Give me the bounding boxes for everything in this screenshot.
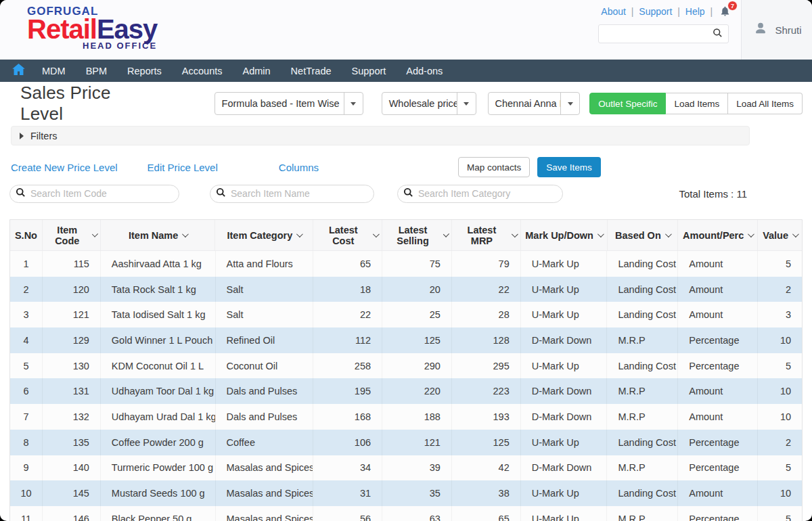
- column-header-latest-cost[interactable]: Latest Cost: [313, 220, 382, 250]
- search-icon: [403, 187, 413, 200]
- price-mode-dropdown[interactable]: Formula based - Item Wise: [215, 92, 363, 115]
- chevron-down-icon[interactable]: [344, 93, 363, 114]
- cell-item-category: Coffee: [216, 430, 314, 455]
- cell-based-on: M.R.P: [607, 455, 678, 481]
- column-header-mark-up-down[interactable]: Mark Up/Down: [521, 220, 608, 250]
- cell-sno: 11: [10, 506, 43, 521]
- cell-sno: 8: [10, 430, 43, 455]
- save-items-button[interactable]: Save Items: [537, 157, 601, 177]
- create-new-price-level-link[interactable]: Create New Price Level: [11, 162, 118, 173]
- column-header-based-on[interactable]: Based On: [608, 220, 679, 250]
- support-link[interactable]: Support: [639, 6, 672, 17]
- filters-toggle[interactable]: Filters: [11, 126, 750, 145]
- outlet-specific-button[interactable]: Outlet Specific: [589, 93, 666, 114]
- table-row[interactable]: 3121Tata Iodised Salt 1 kgSalt222528U-Ma…: [10, 302, 802, 327]
- table-row[interactable]: 6131Udhayam Toor Dal 1 kgDals and Pulses…: [10, 378, 802, 404]
- nav-item-reports[interactable]: Reports: [117, 60, 172, 82]
- outlet-dropdown[interactable]: Chennai Anna Nag: [488, 92, 581, 115]
- about-link[interactable]: About: [601, 6, 626, 17]
- cell-based-on: Landing Cost: [607, 251, 678, 277]
- table-row[interactable]: 1115Aashirvaad Atta 1 kgAtta and Flours6…: [10, 251, 802, 277]
- cell-mark-up-down: D-Mark Down: [521, 327, 608, 353]
- column-label: Value: [763, 230, 788, 241]
- map-contacts-button[interactable]: Map contacts: [458, 157, 530, 177]
- cell-item-category: Salt: [216, 302, 314, 327]
- cell-latest-cost: 258: [313, 353, 382, 379]
- search-item-code-field[interactable]: [9, 185, 179, 203]
- cell-latest-selling: 188: [382, 404, 452, 430]
- table-row[interactable]: 11146Black Pepper 50 gMasalas and Spices…: [10, 506, 802, 521]
- cell-item-category: Atta and Flours: [216, 251, 314, 277]
- search-item-category-field[interactable]: [397, 185, 563, 203]
- cell-sno: 1: [10, 251, 43, 277]
- cell-value: 10: [758, 378, 802, 404]
- column-label: Item Category: [227, 230, 293, 241]
- cell-latest-selling: 290: [382, 353, 452, 379]
- nav-item-bpm[interactable]: BPM: [76, 60, 117, 82]
- cell-latest-mrp: 65: [452, 506, 521, 521]
- filters-label: Filters: [30, 131, 57, 141]
- nav-item-addons[interactable]: Add-ons: [396, 60, 453, 82]
- columns-link[interactable]: Columns: [279, 162, 319, 173]
- search-item-name-input[interactable]: [231, 188, 367, 199]
- table-row[interactable]: 4129Gold Winner 1 L PouchRefined Oil1121…: [10, 327, 802, 353]
- app-window: GOFRUGAL RetailEasy HEAD OFFICE About | …: [0, 0, 812, 521]
- column-header-latest-selling[interactable]: Latest Selling: [382, 220, 452, 250]
- nav-item-admin[interactable]: Admin: [233, 60, 281, 82]
- cell-item-code: 132: [43, 404, 101, 430]
- main-nav: MDM BPM Reports Accounts Admin NetTrade …: [0, 60, 812, 82]
- search-icon[interactable]: [713, 28, 723, 41]
- nav-item-support[interactable]: Support: [342, 60, 397, 82]
- cell-sno: 4: [10, 327, 43, 353]
- table-row[interactable]: 2120Tata Rock Salt 1 kgSalt182022U-Mark …: [10, 277, 802, 302]
- cell-sno: 6: [10, 378, 43, 404]
- nav-item-nettrade[interactable]: NetTrade: [281, 60, 342, 82]
- cell-based-on: M.R.P: [607, 404, 678, 430]
- global-search[interactable]: [598, 24, 729, 43]
- search-item-code-input[interactable]: [30, 188, 172, 199]
- column-header-value[interactable]: Value: [758, 220, 802, 250]
- cell-based-on: M.R.P: [607, 506, 678, 521]
- edit-price-level-link[interactable]: Edit Price Level: [148, 162, 218, 173]
- help-link[interactable]: Help: [685, 6, 705, 17]
- table-row[interactable]: 9140Turmeric Powder 100 gMasalas and Spi…: [10, 455, 802, 481]
- cell-item-code: 115: [43, 251, 101, 277]
- cell-amount-perc: Percentage: [678, 353, 758, 379]
- column-header-amount-perc[interactable]: Amount/Perc: [678, 220, 758, 250]
- cell-latest-cost: 168: [313, 404, 382, 430]
- table-row[interactable]: 10145Mustard Seeds 100 gMasalas and Spic…: [10, 480, 802, 506]
- sort-chevron-down-icon: [91, 231, 97, 237]
- search-item-category-input[interactable]: [418, 188, 556, 199]
- table-row[interactable]: 8135Coffee Powder 200 gCoffee106121125U-…: [10, 430, 802, 455]
- cell-latest-selling: 35: [382, 480, 452, 506]
- load-all-items-button[interactable]: Load All Items: [728, 93, 803, 114]
- table-row[interactable]: 7132Udhayam Urad Dal 1 kgDals and Pulses…: [10, 404, 802, 430]
- cell-sno: 9: [10, 455, 43, 481]
- user-menu[interactable]: Shruti: [741, 0, 812, 60]
- cell-latest-selling: 39: [382, 455, 452, 481]
- home-nav-button[interactable]: [5, 60, 32, 82]
- cell-item-category: Coconut Oil: [216, 353, 314, 379]
- cell-item-name: Udhayam Urad Dal 1 kg: [101, 404, 216, 430]
- price-level-dropdown[interactable]: Wholesale price nev: [382, 92, 476, 115]
- chevron-down-icon[interactable]: [457, 93, 476, 114]
- global-search-input[interactable]: [604, 29, 713, 39]
- chevron-down-icon[interactable]: [560, 93, 579, 114]
- cell-item-name: Tata Iodised Salt 1 kg: [101, 302, 216, 327]
- cell-latest-cost: 195: [313, 378, 382, 404]
- column-header-latest-mrp[interactable]: Latest MRP: [452, 220, 521, 250]
- sort-chevron-down-icon: [296, 231, 303, 237]
- column-header-item-code[interactable]: Item Code: [43, 220, 101, 250]
- nav-item-mdm[interactable]: MDM: [32, 60, 76, 82]
- cell-item-name: Mustard Seeds 100 g: [101, 480, 216, 506]
- cell-item-name: Gold Winner 1 L Pouch: [101, 327, 216, 353]
- column-header-item-name[interactable]: Item Name: [101, 220, 216, 250]
- cell-latest-mrp: 125: [452, 430, 521, 455]
- table-row[interactable]: 5130KDM Coconut Oil 1 LCoconut Oil258290…: [10, 353, 802, 379]
- nav-item-accounts[interactable]: Accounts: [172, 60, 233, 82]
- column-header-item-category[interactable]: Item Category: [215, 220, 313, 250]
- search-item-name-field[interactable]: [210, 185, 374, 203]
- load-items-button[interactable]: Load Items: [666, 93, 728, 114]
- page-title: Sales Price Level: [20, 83, 158, 124]
- notification-bell[interactable]: 7: [719, 5, 731, 19]
